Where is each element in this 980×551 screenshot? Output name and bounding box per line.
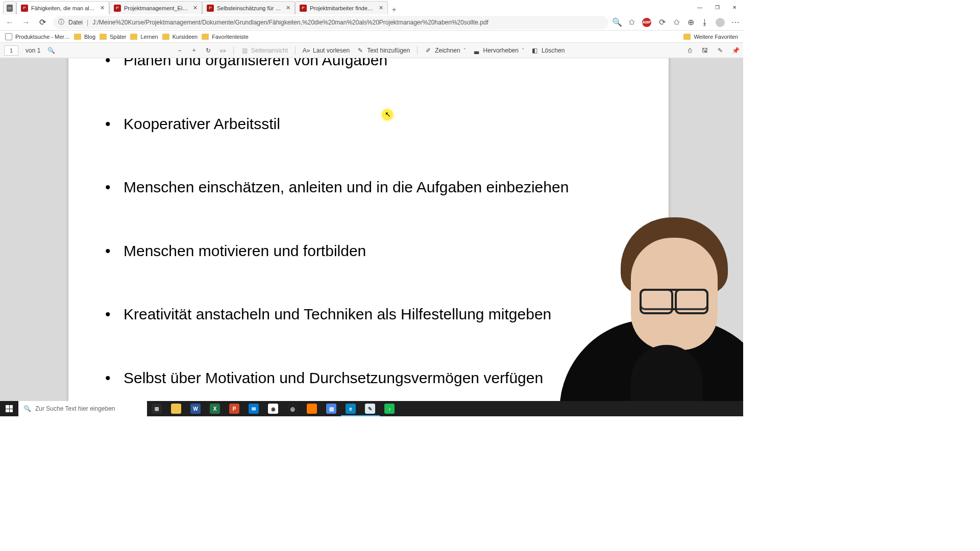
start-button[interactable] — [0, 401, 18, 416]
pageview-icon: ▥ — [241, 47, 248, 54]
edge-icon: e — [346, 404, 356, 414]
close-window-button[interactable]: ✕ — [726, 0, 743, 14]
taskbar-app-chrome[interactable]: ◉ — [263, 401, 283, 416]
menu-icon[interactable]: ⋯ — [732, 19, 739, 26]
read-aloud-button[interactable]: A»Laut vorlesen — [303, 47, 350, 54]
tab-3[interactable]: P Projektmitarbeiter finden - was s ✕ — [295, 1, 388, 14]
folder-icon — [683, 34, 691, 40]
bookmark-label: Weitere Favoriten — [694, 34, 738, 40]
pdf-viewport[interactable]: Planen und organisieren von Aufgaben Koo… — [0, 58, 743, 416]
taskbar-app-obs[interactable]: ◎ — [283, 401, 302, 416]
bookmark-folder[interactable]: Kursideen — [162, 34, 198, 40]
pin-icon[interactable]: 📌 — [732, 47, 739, 54]
close-icon[interactable]: ✕ — [100, 5, 105, 11]
adblock-icon[interactable]: ABP — [642, 18, 651, 27]
glasses-icon — [640, 289, 708, 310]
taskbar-app-excel[interactable]: X — [205, 401, 225, 416]
chrome-icon: ◉ — [268, 404, 278, 414]
info-icon[interactable]: ⓘ — [58, 18, 64, 27]
print-icon[interactable]: ⎙ — [686, 47, 693, 54]
minimize-button[interactable]: — — [691, 0, 708, 14]
chevron-down-icon[interactable]: ˅ — [522, 47, 524, 53]
zoom-out-icon[interactable]: − — [176, 47, 183, 54]
page-number-input[interactable]: 1 — [4, 45, 18, 56]
taskbar-apps: ⊞WXP✉◉◎▤e✎♪ — [147, 401, 399, 416]
search-icon: 🔍 — [23, 405, 31, 412]
pdf-icon: P — [114, 5, 121, 12]
taskbar-app-explorer[interactable] — [166, 401, 186, 416]
bookmark-folder[interactable]: Später — [100, 34, 126, 40]
excel-icon: X — [210, 404, 220, 414]
taskbar-app-notepad[interactable]: ✎ — [360, 401, 380, 416]
tab-2[interactable]: P Selbsteinschätzung für Projektm ✕ — [202, 1, 295, 14]
taskbar-app-edge[interactable]: e — [341, 401, 360, 416]
downloads-icon[interactable]: ⭳ — [701, 19, 708, 26]
back-button[interactable]: ← — [4, 17, 15, 28]
maximize-button[interactable]: ❐ — [708, 0, 726, 14]
tab-label: Fähigkeiten, die man als Projekt — [31, 5, 97, 11]
reload-button[interactable]: ⟳ — [37, 17, 48, 28]
bookmarks-bar: Produktsuche - Mer… Blog Später Lernen K… — [0, 31, 743, 43]
taskbar-app-powerpoint[interactable]: P — [225, 401, 244, 416]
read-aloud-icon: A» — [303, 47, 310, 54]
webcam-overlay — [539, 202, 743, 416]
app-orange-icon — [307, 404, 317, 414]
save-icon[interactable]: 🖫 — [701, 47, 708, 54]
close-icon[interactable]: ✕ — [379, 5, 383, 11]
bookmark-item[interactable]: Produktsuche - Mer… — [5, 33, 70, 40]
taskbar-app-app-doc[interactable]: ▤ — [322, 401, 341, 416]
titlebar: ▭ P Fähigkeiten, die man als Projekt ✕ P… — [0, 0, 743, 14]
new-tab-button[interactable]: ＋ — [388, 5, 400, 14]
search-icon[interactable]: 🔍 — [47, 47, 55, 54]
page-view-button[interactable]: ▥Seitenansicht — [241, 47, 288, 54]
draw-icon: ✐ — [425, 47, 432, 54]
zoom-in-icon[interactable]: ＋ — [190, 47, 198, 54]
bookmark-folder[interactable]: Favoritenleiste — [202, 34, 249, 40]
forward-button[interactable]: → — [20, 17, 32, 28]
sync-icon[interactable]: ⟳ — [658, 19, 666, 26]
zoom-icon[interactable]: 🔍 — [614, 19, 621, 26]
bookmark-folder[interactable]: Blog — [74, 34, 95, 40]
add-text-button[interactable]: ✎Text hinzufügen — [357, 47, 410, 54]
notepad-icon: ✎ — [365, 404, 375, 414]
taskbar-app-spotify[interactable]: ♪ — [380, 401, 399, 416]
erase-button[interactable]: ◧Löschen — [531, 47, 565, 54]
page-icon — [5, 33, 12, 40]
taskbar-app-word[interactable]: W — [186, 401, 205, 416]
omnibox[interactable]: ⓘ Datei | J:/Meine%20Kurse/Projektmanage… — [53, 16, 608, 29]
close-icon[interactable]: ✕ — [286, 5, 290, 11]
bookmarks-overflow[interactable]: Weitere Favoriten — [683, 34, 738, 40]
tab-0[interactable]: P Fähigkeiten, die man als Projekt ✕ — [16, 1, 109, 14]
page-icon: ▭ — [7, 5, 13, 12]
taskbar-app-app-orange[interactable] — [302, 401, 322, 416]
highlight-icon: ▃ — [473, 47, 480, 54]
favorite-star-icon[interactable]: ✩ — [628, 19, 635, 26]
taskbar-search[interactable]: 🔍 Zur Suche Text hier eingeben — [18, 401, 147, 416]
highlight-button[interactable]: ▃Hervorheben ˅ — [473, 47, 524, 54]
bookmark-label: Später — [110, 34, 126, 40]
explorer-icon — [171, 404, 181, 414]
rotate-icon[interactable]: ↻ — [205, 47, 212, 54]
bookmark-label: Favoritenleiste — [212, 34, 249, 40]
taskbar-app-task-view[interactable]: ⊞ — [147, 401, 166, 416]
spotify-icon: ♪ — [384, 404, 395, 414]
tab-stub[interactable]: ▭ — [3, 1, 16, 14]
collections-icon[interactable]: ⊕ — [687, 19, 694, 26]
bookmark-label: Kursideen — [173, 34, 198, 40]
url-path: J:/Meine%20Kurse/Projektmanagement/Dokum… — [92, 19, 603, 26]
bookmark-folder[interactable]: Lernen — [130, 34, 158, 40]
powerpoint-icon: P — [229, 404, 239, 414]
close-icon[interactable]: ✕ — [193, 5, 198, 11]
taskbar-app-mail[interactable]: ✉ — [244, 401, 263, 416]
save-as-icon[interactable]: ✎ — [717, 47, 724, 54]
tab-label: Projektmitarbeiter finden - was s — [310, 5, 376, 11]
fit-page-icon[interactable]: ▭ — [219, 47, 226, 54]
favorites-icon[interactable]: ✩ — [673, 19, 680, 26]
chevron-down-icon[interactable]: ˅ — [463, 47, 466, 53]
tab-label: Selbsteinschätzung für Projektm — [217, 5, 283, 11]
tab-1[interactable]: P Projektmanagement_Einstiegsfr ✕ — [109, 1, 202, 14]
folder-icon — [100, 34, 107, 40]
scheme-label: Datei — [68, 19, 83, 26]
profile-avatar[interactable] — [716, 18, 725, 27]
draw-button[interactable]: ✐Zeichnen ˅ — [425, 47, 465, 54]
